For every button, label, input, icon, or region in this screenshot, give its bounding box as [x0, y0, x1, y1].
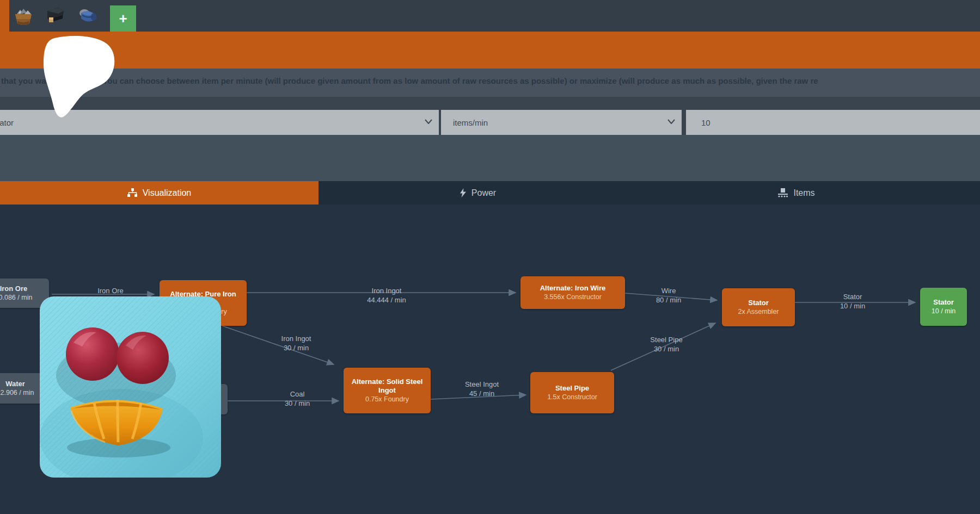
node-machines: 3.556x Constructor: [544, 293, 602, 301]
node-title: Steel Pipe: [555, 384, 589, 393]
edge-label-steel-ingot: Steel Ingot45 / min: [455, 380, 509, 398]
app-screen: + that you want to produce. You can choo…: [0, 0, 980, 514]
node-iron-wire[interactable]: Alternate: Iron Wire 3.556x Constructor: [520, 276, 625, 309]
node-rate: 40.086 / min: [0, 293, 32, 302]
edge-label-stator: Stator10 / min: [828, 292, 878, 311]
node-machines: 2x Assembler: [738, 307, 779, 316]
gummy-candy-image: [40, 296, 221, 478]
node-machines: 1.5x Constructor: [547, 393, 597, 401]
node-title: Iron Ore: [0, 284, 27, 293]
node-stator-output[interactable]: Stator 10 / min: [920, 288, 967, 326]
edge-label-iron-ingot: Iron Ingot44.444 / min: [360, 286, 413, 305]
node-steel-pipe[interactable]: Steel Pipe 1.5x Constructor: [530, 372, 614, 413]
gummy-candy-photo-overlay: [40, 296, 221, 478]
node-title: Alternate: Solid Steel Ingot: [348, 377, 426, 395]
edge-label-wire: Wire80 / min: [644, 286, 693, 305]
edge-label-iron-ingot-steel: Iron Ingot30 / min: [271, 334, 321, 352]
node-solid-steel-ingot[interactable]: Alternate: Solid Steel Ingot 0.75x Found…: [344, 368, 431, 413]
node-title: Alternate: Iron Wire: [540, 284, 606, 293]
node-rate: 10 / min: [932, 307, 955, 315]
node-title: Water: [5, 380, 25, 388]
edge-label-coal: Coal30 / min: [272, 389, 322, 408]
node-title: Stator: [748, 299, 769, 307]
node-title: Stator: [933, 298, 954, 307]
node-stator[interactable]: Stator 2x Assembler: [722, 288, 795, 326]
node-machines: 0.75x Foundry: [365, 395, 409, 404]
edge-label-steel-pipe: Steel Pipe30 / min: [640, 335, 693, 354]
node-rate: 22.906 / min: [0, 388, 34, 397]
node-water[interactable]: Water 22.906 / min: [0, 373, 42, 404]
white-blob-overlay: [41, 35, 119, 121]
